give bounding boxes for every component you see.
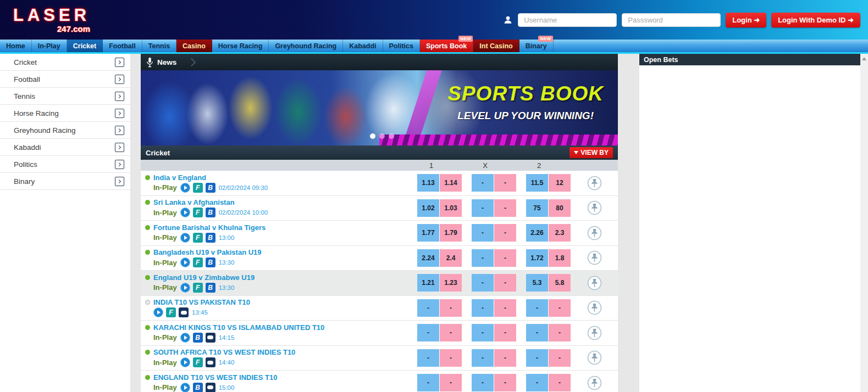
odds-cell-back[interactable]: 1.21: [417, 274, 439, 292]
b-icon[interactable]: B: [193, 383, 203, 392]
nav-item[interactable]: Int Casino: [473, 40, 519, 52]
pin-icon[interactable]: [587, 300, 602, 315]
odds-cell-lay[interactable]: -: [494, 374, 516, 391]
gamepad-icon[interactable]: [206, 383, 215, 392]
b-icon[interactable]: B: [206, 257, 215, 267]
nav-item[interactable]: Casino: [176, 40, 212, 52]
odds-cell-back[interactable]: 2.24: [417, 249, 439, 267]
expand-arrow-icon[interactable]: [115, 160, 124, 169]
odds-cell-lay[interactable]: -: [549, 349, 571, 367]
odds-cell-back[interactable]: -: [526, 299, 548, 317]
sidebar-item-tennis[interactable]: Tennis: [0, 88, 130, 105]
odds-cell-back[interactable]: 11.5: [526, 174, 548, 192]
username-input[interactable]: [518, 13, 617, 27]
match-name-link[interactable]: India v England: [153, 173, 206, 182]
play-icon[interactable]: [180, 357, 190, 367]
pin-icon[interactable]: [587, 326, 602, 340]
expand-arrow-icon[interactable]: [115, 58, 124, 67]
gamepad-icon[interactable]: [206, 333, 215, 343]
odds-cell-lay[interactable]: 1.23: [440, 274, 462, 292]
sidebar-item-cricket[interactable]: Cricket: [0, 54, 130, 71]
odds-cell-lay[interactable]: 1.8: [549, 249, 571, 267]
odds-cell-back[interactable]: -: [472, 174, 494, 192]
nav-item[interactable]: In-Play: [32, 40, 67, 52]
odds-cell-back[interactable]: -: [472, 249, 494, 267]
expand-arrow-icon[interactable]: [115, 109, 124, 118]
carousel-dot[interactable]: [370, 133, 375, 139]
odds-cell-back[interactable]: 5.3: [526, 274, 548, 292]
nav-item[interactable]: Politics: [383, 40, 420, 52]
play-icon[interactable]: [180, 233, 190, 243]
odds-cell-back[interactable]: 1.13: [417, 174, 439, 192]
odds-cell-back[interactable]: 1.77: [417, 224, 439, 242]
odds-cell-back[interactable]: -: [526, 324, 548, 341]
pin-icon[interactable]: [587, 226, 602, 240]
match-name-link[interactable]: England U19 v Zimbabwe U19: [153, 273, 255, 282]
odds-cell-lay[interactable]: -: [549, 324, 571, 341]
odds-cell-lay[interactable]: -: [494, 299, 516, 317]
b-icon[interactable]: B: [206, 183, 215, 193]
pin-icon[interactable]: [587, 200, 602, 215]
odds-cell-back[interactable]: -: [472, 299, 494, 317]
login-button[interactable]: Login ➜: [726, 13, 766, 27]
pin-icon[interactable]: [587, 350, 602, 365]
sidebar-item-kabaddi[interactable]: Kabaddi: [0, 139, 130, 156]
odds-cell-back[interactable]: -: [472, 224, 494, 242]
b-icon[interactable]: B: [206, 283, 215, 293]
odds-cell-lay[interactable]: -: [440, 374, 462, 391]
match-name-link[interactable]: SOUTH AFRICA T10 VS WEST INDIES T10: [153, 348, 295, 356]
odds-cell-lay[interactable]: 2.3: [549, 224, 571, 242]
f-icon[interactable]: F: [193, 183, 203, 193]
match-name-link[interactable]: KARACHI KINGS T10 VS ISLAMABAD UNITED T1…: [153, 323, 324, 332]
pin-icon[interactable]: [587, 250, 602, 265]
page-scrollbar[interactable]: [860, 54, 868, 392]
play-icon[interactable]: [180, 283, 190, 293]
f-icon[interactable]: F: [193, 233, 203, 243]
odds-cell-back[interactable]: 1.72: [526, 249, 548, 267]
gamepad-icon[interactable]: [206, 357, 215, 367]
odds-cell-lay[interactable]: -: [494, 199, 516, 217]
f-icon[interactable]: F: [193, 208, 203, 217]
f-icon[interactable]: F: [193, 257, 203, 267]
nav-item[interactable]: Football: [103, 40, 142, 52]
sidebar-item-football[interactable]: Football: [0, 71, 130, 88]
sidebar-item-greyhound-racing[interactable]: Greyhound Racing: [0, 122, 130, 139]
f-icon[interactable]: F: [193, 357, 203, 367]
nav-item[interactable]: Tennis: [142, 40, 176, 52]
odds-cell-lay[interactable]: -: [494, 349, 516, 367]
odds-cell-lay[interactable]: -: [549, 374, 571, 391]
odds-cell-back[interactable]: -: [472, 374, 494, 391]
odds-cell-lay[interactable]: -: [494, 224, 516, 242]
scroll-up-arrow-icon[interactable]: [862, 57, 866, 60]
password-input[interactable]: [622, 13, 721, 27]
sidebar-item-binary[interactable]: Binary: [0, 173, 130, 190]
match-name-link[interactable]: Fortune Barishal v Khulna Tigers: [153, 223, 266, 232]
match-name-link[interactable]: Bangladesh U19 v Pakistan U19: [153, 248, 262, 256]
pin-icon[interactable]: [587, 376, 602, 390]
odds-cell-back[interactable]: 75: [526, 199, 548, 217]
odds-cell-back[interactable]: -: [417, 374, 439, 391]
nav-item[interactable]: Binary NEW: [519, 40, 554, 52]
odds-cell-back[interactable]: -: [472, 274, 494, 292]
odds-cell-back[interactable]: 1.02: [417, 199, 439, 217]
nav-item[interactable]: Kabaddi: [343, 40, 383, 52]
expand-arrow-icon[interactable]: [115, 143, 124, 152]
view-by-button[interactable]: VIEW BY: [570, 147, 613, 158]
play-icon[interactable]: [180, 333, 190, 343]
odds-cell-lay[interactable]: 5.8: [549, 274, 571, 292]
play-icon[interactable]: [180, 208, 190, 217]
odds-cell-back[interactable]: -: [417, 349, 439, 367]
b-icon[interactable]: B: [206, 208, 215, 217]
odds-cell-back[interactable]: -: [417, 299, 439, 317]
odds-cell-lay[interactable]: 2.4: [440, 249, 462, 267]
odds-cell-back[interactable]: -: [417, 324, 439, 341]
odds-cell-lay[interactable]: -: [440, 299, 462, 317]
expand-arrow-icon[interactable]: [115, 75, 124, 84]
gamepad-icon[interactable]: [179, 307, 189, 317]
expand-arrow-icon[interactable]: [115, 92, 124, 101]
match-name-link[interactable]: INDIA T10 VS PAKISTAN T10: [153, 298, 250, 306]
odds-cell-lay[interactable]: 1.14: [440, 174, 462, 192]
expand-arrow-icon[interactable]: [115, 126, 124, 135]
expand-arrow-icon[interactable]: [115, 177, 124, 186]
odds-cell-lay[interactable]: -: [549, 299, 571, 317]
